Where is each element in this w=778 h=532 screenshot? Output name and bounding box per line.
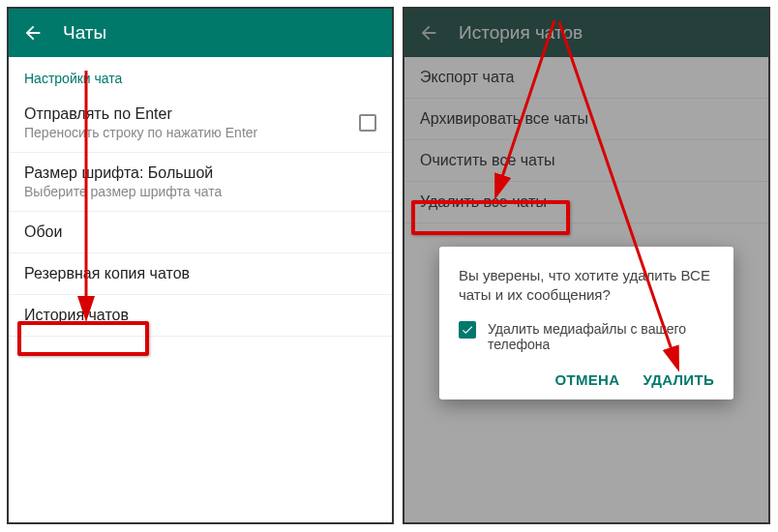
dialog-cancel-button[interactable]: ОТМЕНА [555, 371, 620, 388]
setting-subtitle: Выберите размер шрифта чата [24, 184, 376, 199]
arrow-back-icon [22, 22, 44, 44]
header-bar: История чатов [404, 9, 768, 57]
checkbox-unchecked[interactable] [359, 114, 376, 132]
setting-title: Резервная копия чатов [24, 265, 376, 282]
setting-title: Отправлять по Enter [24, 105, 347, 123]
setting-font-size[interactable]: Размер шрифта: Большой Выберите размер ш… [9, 153, 392, 211]
chat-history-screen: История чатов Экспорт чата Архивировать … [403, 7, 770, 524]
header-title: Чаты [63, 22, 106, 44]
arrow-back-icon [418, 22, 439, 44]
header-title: История чатов [459, 22, 583, 44]
setting-wallpaper[interactable]: Обои [9, 212, 392, 252]
setting-chat-history[interactable]: История чатов [9, 295, 392, 336]
checkbox-checked[interactable] [459, 321, 476, 339]
divider [9, 336, 392, 337]
history-export[interactable]: Экспорт чата [404, 57, 768, 98]
item-title: Архивировать все чаты [420, 110, 753, 128]
dialog-confirm-button[interactable]: УДАЛИТЬ [643, 371, 714, 388]
setting-title: История чатов [24, 307, 376, 324]
chats-settings-screen: Чаты Настройки чата Отправлять по Enter … [7, 7, 394, 524]
dialog-checkbox-label: Удалить медиафайлы с вашего телефона [488, 321, 714, 352]
back-button[interactable] [416, 20, 441, 45]
dialog-checkbox-row[interactable]: Удалить медиафайлы с вашего телефона [459, 321, 714, 352]
divider [404, 222, 768, 223]
confirm-delete-dialog: Вы уверены, что хотите удалить ВСЕ чаты … [439, 247, 733, 399]
setting-subtitle: Переносить строку по нажатию Enter [24, 125, 347, 140]
history-archive-all[interactable]: Архивировать все чаты [404, 99, 768, 139]
item-title: Удалить все чаты [420, 193, 753, 211]
section-label: Настройки чата [9, 57, 392, 94]
setting-send-by-enter[interactable]: Отправлять по Enter Переносить строку по… [9, 94, 392, 152]
item-title: Экспорт чата [420, 69, 753, 86]
setting-title: Обои [24, 223, 376, 241]
item-title: Очистить все чаты [420, 152, 753, 169]
history-clear-all[interactable]: Очистить все чаты [404, 140, 768, 181]
history-delete-all[interactable]: Удалить все чаты [404, 182, 768, 222]
dialog-message: Вы уверены, что хотите удалить ВСЕ чаты … [459, 266, 714, 306]
setting-backup[interactable]: Резервная копия чатов [9, 253, 392, 294]
header-bar: Чаты [9, 9, 392, 57]
back-button[interactable] [20, 20, 45, 45]
check-icon [461, 323, 474, 337]
setting-title: Размер шрифта: Большой [24, 164, 376, 182]
